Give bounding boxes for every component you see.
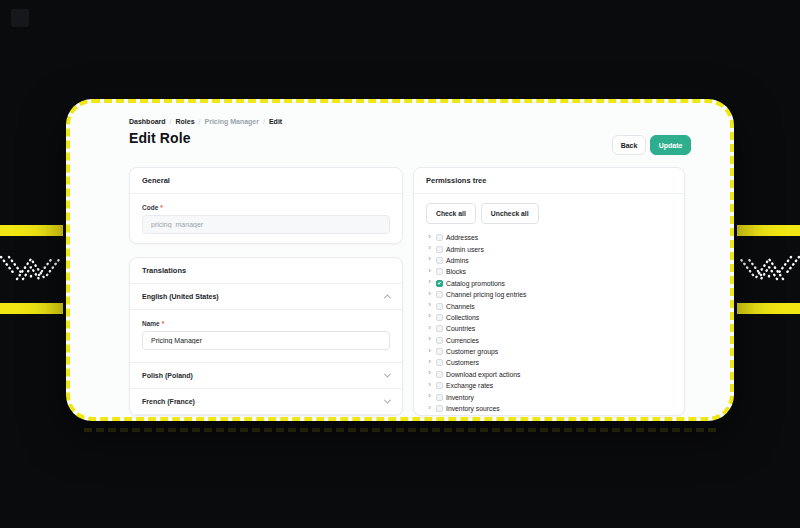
uncheck-all-button[interactable]: Uncheck all: [481, 203, 539, 224]
permission-label: Currencies: [446, 337, 479, 344]
permission-tree-row: › Download export actions: [426, 369, 672, 380]
accordion-french[interactable]: French (France): [130, 389, 402, 415]
expand-chevron-icon[interactable]: ›: [426, 312, 433, 320]
permission-tree-row: › Currencies: [426, 335, 672, 346]
translations-panel-title: Translations: [130, 258, 402, 284]
chevron-pattern-right: [737, 247, 800, 293]
expand-chevron-icon[interactable]: ›: [426, 404, 433, 412]
expand-chevron-icon[interactable]: ›: [426, 290, 433, 298]
permission-label: Inventory: [446, 394, 474, 401]
card-shadow-dashes: [84, 428, 716, 432]
permission-checkbox[interactable]: [436, 257, 443, 264]
corner-deco-square: [11, 9, 29, 27]
general-panel: General Code*: [129, 167, 403, 244]
accordion-english-us[interactable]: English (United States): [130, 284, 402, 310]
permission-label: Admin users: [446, 246, 484, 253]
expand-chevron-icon[interactable]: ›: [426, 369, 433, 377]
permission-tree-row: › Admins: [426, 255, 672, 266]
chevron-pattern-left: [0, 247, 63, 293]
name-input[interactable]: [142, 331, 390, 350]
edit-role-card: Dashboard / Roles / Pricing Manager / Ed…: [66, 99, 734, 421]
permission-tree-row: › Inventory sources: [426, 403, 672, 414]
expand-chevron-icon[interactable]: ›: [426, 244, 433, 252]
permission-checkbox[interactable]: [436, 371, 443, 378]
permission-checkbox[interactable]: [436, 348, 443, 355]
permission-checkbox[interactable]: [436, 246, 443, 253]
permission-tree-row: › Countries: [426, 323, 672, 334]
expand-chevron-icon[interactable]: ›: [426, 381, 433, 389]
permission-label: Exchange rates: [446, 382, 493, 389]
breadcrumb-separator: /: [199, 118, 201, 125]
permission-label: Collections: [446, 314, 479, 321]
permission-label: Addresses: [446, 234, 478, 241]
permission-checkbox[interactable]: [436, 382, 443, 389]
permission-tree-row: › Blocks: [426, 266, 672, 277]
permission-checkbox[interactable]: [436, 291, 443, 298]
permission-label: Download export actions: [446, 371, 520, 378]
expand-chevron-icon[interactable]: ›: [426, 415, 433, 416]
translations-panel: Translations English (United States) Nam…: [129, 257, 403, 416]
required-asterisk: *: [160, 204, 163, 211]
permission-label: Inventory sources: [446, 405, 500, 412]
permission-checkbox[interactable]: [436, 234, 443, 241]
expand-chevron-icon[interactable]: ›: [426, 255, 433, 263]
permission-label: Channels: [446, 303, 475, 310]
permission-checkbox[interactable]: [436, 359, 443, 366]
permissions-panel: Permissions tree Check all Uncheck all ›…: [413, 167, 685, 416]
breadcrumb-pricing-manager: Pricing Manager: [205, 118, 259, 125]
permission-checkbox[interactable]: [436, 325, 443, 332]
permission-checkbox[interactable]: [436, 405, 443, 412]
update-button[interactable]: Update: [650, 135, 691, 155]
page-title: Edit Role: [129, 130, 191, 146]
code-field-label: Code*: [142, 204, 390, 211]
permission-tree-row: › Catalog promotions: [426, 278, 672, 289]
permission-tree-row: › Invoices: [426, 414, 672, 416]
permissions-tree: › Addresses › Admin users › Admins: [426, 232, 672, 416]
expand-chevron-icon[interactable]: ›: [426, 392, 433, 400]
required-asterisk: *: [162, 320, 165, 327]
permission-tree-row: › Customers: [426, 357, 672, 368]
permission-tree-row: › Customer groups: [426, 346, 672, 357]
yellow-stripe-right-top: [737, 225, 800, 236]
permission-checkbox[interactable]: [436, 268, 443, 275]
english-translation-body: Name*: [130, 310, 402, 363]
code-label-text: Code: [142, 204, 158, 211]
permission-tree-row: › Addresses: [426, 232, 672, 243]
permission-label: Blocks: [446, 268, 466, 275]
permissions-panel-title: Permissions tree: [414, 168, 684, 194]
expand-chevron-icon[interactable]: ›: [426, 358, 433, 366]
expand-chevron-icon[interactable]: ›: [426, 267, 433, 275]
permission-label: Countries: [446, 325, 475, 332]
breadcrumb-roles[interactable]: Roles: [176, 118, 195, 125]
permission-label: Customer groups: [446, 348, 498, 355]
check-all-button[interactable]: Check all: [426, 203, 476, 224]
permission-label: Catalog promotions: [446, 280, 505, 287]
back-button[interactable]: Back: [612, 135, 646, 155]
permission-tree-row: › Inventory: [426, 391, 672, 402]
yellow-stripe-left-bottom: [0, 303, 63, 314]
expand-chevron-icon[interactable]: ›: [426, 301, 433, 309]
chevron-down-icon: [384, 371, 391, 378]
breadcrumb-edit: Edit: [269, 118, 282, 125]
accordion-french-label: French (France): [142, 398, 195, 405]
permission-checkbox[interactable]: [436, 337, 443, 344]
expand-chevron-icon[interactable]: ›: [426, 233, 433, 241]
breadcrumb-separator: /: [263, 118, 265, 125]
permission-checkbox[interactable]: [436, 303, 443, 310]
name-field-label: Name*: [142, 320, 390, 327]
accordion-polish[interactable]: Polish (Poland): [130, 363, 402, 389]
accordion-polish-label: Polish (Poland): [142, 372, 193, 379]
expand-chevron-icon[interactable]: ›: [426, 324, 433, 332]
general-panel-title: General: [130, 168, 402, 194]
permission-tree-row: › Exchange rates: [426, 380, 672, 391]
chevron-up-icon: [384, 294, 391, 301]
permission-checkbox[interactable]: [436, 394, 443, 401]
breadcrumb-dashboard[interactable]: Dashboard: [129, 118, 166, 125]
accordion-english-label: English (United States): [142, 293, 219, 300]
permission-checkbox[interactable]: [436, 314, 443, 321]
permission-checkbox[interactable]: [436, 280, 443, 287]
expand-chevron-icon[interactable]: ›: [426, 278, 433, 286]
permission-tree-row: › Channel pricing log entries: [426, 289, 672, 300]
expand-chevron-icon[interactable]: ›: [426, 335, 433, 343]
expand-chevron-icon[interactable]: ›: [426, 347, 433, 355]
